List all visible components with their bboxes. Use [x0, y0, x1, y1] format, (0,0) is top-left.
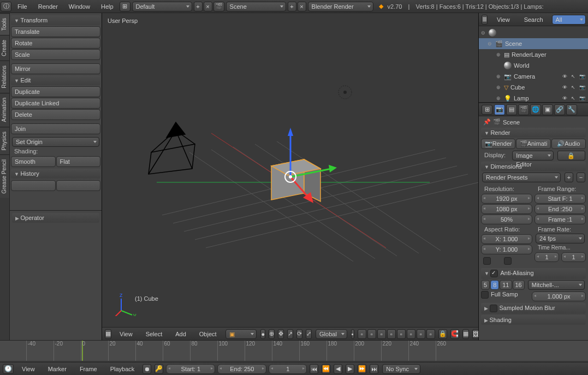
translate-button[interactable]: Translate: [11, 26, 100, 37]
menu-help[interactable]: Help: [96, 0, 119, 13]
render-presets-dropdown[interactable]: Render Presets: [482, 172, 561, 182]
vtab-relations[interactable]: Relations: [0, 61, 9, 93]
play-icon[interactable]: ▶: [346, 364, 354, 374]
aspect-y-field[interactable]: Y: 1.000: [481, 245, 532, 254]
history-panel-header[interactable]: History: [11, 169, 100, 178]
set-origin-dropdown[interactable]: Set Origin: [12, 137, 99, 147]
render-engine-dropdown[interactable]: Blender Render: [308, 2, 373, 11]
smb-section-header[interactable]: Sampled Motion Blur: [481, 303, 586, 314]
snap-type-icon[interactable]: ▦: [462, 329, 469, 339]
aa-8-button[interactable]: 8: [490, 280, 499, 290]
keyframe-type-icon[interactable]: 🔑: [155, 364, 163, 374]
vp-menu-object[interactable]: Object: [194, 328, 222, 341]
orientation-dropdown[interactable]: Global: [316, 329, 347, 339]
tl-menu-marker[interactable]: Marker: [43, 362, 72, 376]
jump-start-icon[interactable]: ⏮: [310, 364, 318, 374]
outliner-search[interactable]: Search: [519, 13, 549, 26]
menu-file[interactable]: File: [12, 0, 33, 13]
display-dropdown[interactable]: Image Editor: [512, 151, 553, 160]
dimensions-section-header[interactable]: Dimensions: [481, 162, 586, 171]
tab-constraints-icon[interactable]: 🔗: [554, 104, 565, 115]
layout-dropdown[interactable]: Default: [132, 2, 192, 11]
props-editor-icon[interactable]: ⊞: [482, 105, 492, 115]
scene-dropdown[interactable]: Scene: [226, 2, 286, 11]
redo-partial[interactable]: [56, 180, 101, 191]
tree-lamp[interactable]: ⊕💡 Lamp 👁↖📷: [479, 93, 588, 102]
tab-render-icon[interactable]: 📷: [494, 104, 505, 115]
tree-camera[interactable]: ⊕📷 Camera 👁↖📷: [479, 71, 588, 82]
viewport-shading-icon[interactable]: ●: [260, 329, 265, 339]
menu-render[interactable]: Render: [33, 0, 63, 13]
delete-button[interactable]: Delete: [11, 109, 100, 120]
prev-keyframe-icon[interactable]: ⏪: [322, 364, 330, 374]
edit-panel-header[interactable]: Edit: [11, 75, 100, 85]
preset-remove-button[interactable]: −: [577, 172, 585, 182]
end-frame-field[interactable]: End :250: [534, 204, 586, 214]
tab-modifiers-icon[interactable]: 🔧: [566, 104, 577, 115]
transform-panel-header[interactable]: Transform: [11, 15, 100, 25]
scene-icon[interactable]: 🎬: [213, 2, 224, 11]
cursor-icon[interactable]: ↖: [569, 94, 577, 102]
layers-btn-1[interactable]: ▪: [351, 329, 354, 339]
menu-window[interactable]: Window: [63, 0, 96, 13]
aa-11-button[interactable]: 11: [500, 280, 512, 290]
layout-add-button[interactable]: +: [194, 2, 203, 11]
tab-renderlayers-icon[interactable]: ▤: [506, 104, 517, 115]
rotate-button[interactable]: Rotate: [11, 38, 100, 49]
tl-menu-playback[interactable]: Playback: [105, 362, 140, 376]
eye-icon[interactable]: 👁: [561, 84, 568, 91]
resolution-pct-field[interactable]: 50%: [481, 215, 532, 224]
manip-rotate-icon[interactable]: ⟳: [296, 329, 302, 339]
render-button[interactable]: 📷Render: [481, 139, 515, 149]
tree-cube[interactable]: ⊕▽ Cube 👁↖📷: [479, 82, 588, 93]
aspect-x-field[interactable]: X: 1.000: [481, 234, 532, 244]
scene-remove-button[interactable]: ×: [298, 2, 306, 11]
vtab-physics[interactable]: Physics: [0, 127, 9, 154]
frame-step-field[interactable]: Frame :1: [534, 215, 586, 224]
timeremap-new-field[interactable]: 1: [561, 252, 586, 262]
start-frame-field[interactable]: Start F: 1: [534, 194, 586, 204]
aa-5-button[interactable]: 5: [481, 280, 490, 290]
animation-button[interactable]: 🎬Animati: [516, 139, 550, 149]
operator-panel-header[interactable]: Operator: [12, 213, 99, 223]
viewport-editor-icon[interactable]: ▦: [105, 329, 111, 339]
vp-menu-view[interactable]: View: [114, 328, 138, 341]
smb-checkbox[interactable]: [490, 305, 497, 312]
tab-object-icon[interactable]: ▣: [542, 104, 553, 115]
info-editor-icon[interactable]: ⓘ: [1, 2, 11, 11]
3d-viewport[interactable]: User Persp: [102, 13, 479, 340]
lock-camera-icon[interactable]: 🔒: [438, 329, 447, 339]
undo-partial[interactable]: [11, 180, 56, 191]
scene-add-button[interactable]: +: [288, 2, 296, 11]
vp-menu-select[interactable]: Select: [140, 328, 168, 341]
scale-button[interactable]: Scale: [11, 49, 100, 60]
current-frame-input[interactable]: 1: [269, 364, 307, 374]
snap-icon[interactable]: 🧲: [450, 329, 459, 339]
eye-icon[interactable]: 👁: [561, 73, 568, 80]
border-checkbox[interactable]: [483, 257, 491, 265]
manip-scale-icon[interactable]: ⤢: [306, 329, 312, 339]
smooth-button[interactable]: Smooth: [11, 156, 56, 167]
tree-renderlayers[interactable]: ⊕▤ RenderLayer: [479, 49, 588, 60]
vtab-tools[interactable]: Tools: [0, 13, 9, 35]
auto-keyframe-icon[interactable]: ⏺: [142, 364, 151, 374]
preset-add-button[interactable]: +: [565, 172, 573, 182]
timeline-editor-icon[interactable]: 🕐: [3, 364, 14, 374]
duplicate-linked-button[interactable]: Duplicate Linked: [11, 98, 100, 109]
tab-scene-icon[interactable]: 🎬: [518, 104, 529, 115]
mode-dropdown[interactable]: ▣ Object Mode: [225, 329, 257, 339]
render-icon[interactable]: 📷: [578, 94, 586, 102]
tab-world-icon[interactable]: 🌐: [530, 104, 541, 115]
tl-menu-frame[interactable]: Frame: [74, 362, 103, 376]
cursor-icon[interactable]: ↖: [569, 73, 577, 80]
tree-root[interactable]: ⊖: [479, 27, 588, 38]
jump-end-icon[interactable]: ⏭: [370, 364, 378, 374]
crop-checkbox[interactable]: [504, 257, 512, 265]
layout-remove-button[interactable]: ×: [204, 2, 212, 11]
vtab-grease-pencil[interactable]: Grease Pencil: [0, 154, 9, 198]
resolution-x-field[interactable]: 1920 px: [481, 194, 532, 204]
aa-checkbox[interactable]: [490, 270, 498, 277]
audio-button[interactable]: 🔊Audio: [551, 139, 586, 149]
render-section-header[interactable]: Render: [481, 128, 586, 138]
eye-icon[interactable]: 👁: [561, 94, 568, 102]
